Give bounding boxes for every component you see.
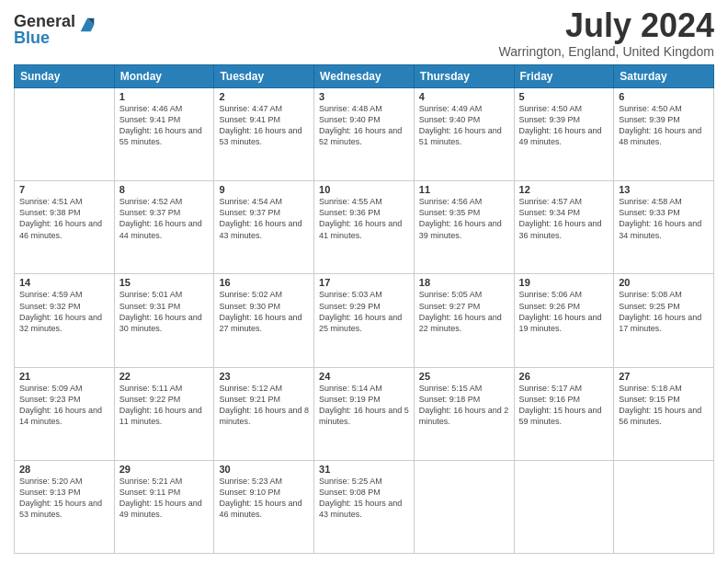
day-number: 24: [319, 371, 409, 382]
day-info: Sunrise: 4:49 AMSunset: 9:40 PMDaylight:…: [419, 103, 509, 148]
day-number: 8: [119, 184, 210, 195]
calendar-week-2: 7Sunrise: 4:51 AMSunset: 9:38 PMDaylight…: [15, 181, 714, 274]
header-thursday: Thursday: [414, 65, 514, 88]
day-number: 9: [219, 184, 309, 195]
day-number: 13: [619, 184, 709, 195]
day-number: 18: [419, 277, 509, 288]
table-row: 21Sunrise: 5:09 AMSunset: 9:23 PMDayligh…: [15, 367, 115, 460]
day-info: Sunrise: 4:52 AMSunset: 9:37 PMDaylight:…: [119, 196, 210, 241]
day-info: Sunrise: 5:15 AMSunset: 9:18 PMDaylight:…: [419, 383, 509, 428]
day-info: Sunrise: 5:08 AMSunset: 9:25 PMDaylight:…: [619, 289, 709, 334]
month-title: July 2024: [499, 9, 715, 42]
header-sunday: Sunday: [15, 65, 115, 88]
day-number: 21: [19, 371, 109, 382]
day-info: Sunrise: 5:12 AMSunset: 9:21 PMDaylight:…: [219, 383, 309, 428]
table-row: 31Sunrise: 5:25 AMSunset: 9:08 PMDayligh…: [314, 460, 415, 553]
day-number: 29: [119, 464, 210, 475]
logo-icon: [77, 15, 97, 35]
table-row: 25Sunrise: 5:15 AMSunset: 9:18 PMDayligh…: [414, 367, 514, 460]
table-row: 23Sunrise: 5:12 AMSunset: 9:21 PMDayligh…: [214, 367, 314, 460]
day-number: 16: [219, 277, 309, 288]
day-number: 10: [319, 184, 409, 195]
day-number: 25: [419, 371, 509, 382]
table-row: 4Sunrise: 4:49 AMSunset: 9:40 PMDaylight…: [414, 88, 514, 181]
day-info: Sunrise: 5:17 AMSunset: 9:16 PMDaylight:…: [519, 383, 609, 428]
table-row: 7Sunrise: 4:51 AMSunset: 9:38 PMDaylight…: [15, 181, 115, 274]
logo: General Blue: [14, 13, 97, 46]
day-number: 15: [119, 277, 210, 288]
table-row: 2Sunrise: 4:47 AMSunset: 9:41 PMDaylight…: [214, 88, 314, 181]
day-info: Sunrise: 4:50 AMSunset: 9:39 PMDaylight:…: [519, 103, 609, 148]
day-number: 1: [119, 91, 210, 102]
day-info: Sunrise: 5:23 AMSunset: 9:10 PMDaylight:…: [219, 476, 309, 521]
table-row: 3Sunrise: 4:48 AMSunset: 9:40 PMDaylight…: [314, 88, 415, 181]
table-row: 6Sunrise: 4:50 AMSunset: 9:39 PMDaylight…: [614, 88, 714, 181]
table-row: 29Sunrise: 5:21 AMSunset: 9:11 PMDayligh…: [114, 460, 214, 553]
header: General Blue July 2024 Warrington, Engla…: [14, 9, 714, 59]
day-number: 19: [519, 277, 609, 288]
table-row: 1Sunrise: 4:46 AMSunset: 9:41 PMDaylight…: [114, 88, 214, 181]
day-number: 17: [319, 277, 409, 288]
table-row: 10Sunrise: 4:55 AMSunset: 9:36 PMDayligh…: [314, 181, 415, 274]
day-number: 7: [19, 184, 109, 195]
calendar-week-5: 28Sunrise: 5:20 AMSunset: 9:13 PMDayligh…: [15, 460, 714, 553]
day-number: 5: [519, 91, 609, 102]
day-info: Sunrise: 4:51 AMSunset: 9:38 PMDaylight:…: [19, 196, 109, 241]
table-row: 5Sunrise: 4:50 AMSunset: 9:39 PMDaylight…: [514, 88, 614, 181]
table-row: 18Sunrise: 5:05 AMSunset: 9:27 PMDayligh…: [414, 274, 514, 367]
day-number: 28: [19, 464, 109, 475]
table-row: [514, 460, 614, 553]
calendar-week-3: 14Sunrise: 4:59 AMSunset: 9:32 PMDayligh…: [15, 274, 714, 367]
day-number: 26: [519, 371, 609, 382]
day-info: Sunrise: 5:11 AMSunset: 9:22 PMDaylight:…: [119, 383, 210, 428]
day-info: Sunrise: 5:02 AMSunset: 9:30 PMDaylight:…: [219, 289, 309, 334]
day-info: Sunrise: 4:59 AMSunset: 9:32 PMDaylight:…: [19, 289, 109, 334]
day-info: Sunrise: 4:58 AMSunset: 9:33 PMDaylight:…: [619, 196, 709, 241]
day-number: 11: [419, 184, 509, 195]
day-info: Sunrise: 5:09 AMSunset: 9:23 PMDaylight:…: [19, 383, 109, 428]
header-monday: Monday: [114, 65, 214, 88]
calendar-week-1: 1Sunrise: 4:46 AMSunset: 9:41 PMDaylight…: [15, 88, 714, 181]
table-row: [614, 460, 714, 553]
day-info: Sunrise: 5:25 AMSunset: 9:08 PMDaylight:…: [319, 476, 409, 521]
day-info: Sunrise: 4:47 AMSunset: 9:41 PMDaylight:…: [219, 103, 309, 148]
calendar-week-4: 21Sunrise: 5:09 AMSunset: 9:23 PMDayligh…: [15, 367, 714, 460]
table-row: 11Sunrise: 4:56 AMSunset: 9:35 PMDayligh…: [414, 181, 514, 274]
day-number: 20: [619, 277, 709, 288]
table-row: 20Sunrise: 5:08 AMSunset: 9:25 PMDayligh…: [614, 274, 714, 367]
calendar-table: Sunday Monday Tuesday Wednesday Thursday…: [14, 64, 714, 554]
title-block: July 2024 Warrington, England, United Ki…: [499, 9, 715, 59]
day-info: Sunrise: 5:03 AMSunset: 9:29 PMDaylight:…: [319, 289, 409, 334]
day-info: Sunrise: 4:46 AMSunset: 9:41 PMDaylight:…: [119, 103, 210, 148]
day-number: 27: [619, 371, 709, 382]
day-number: 23: [219, 371, 309, 382]
header-tuesday: Tuesday: [214, 65, 314, 88]
day-number: 6: [619, 91, 709, 102]
location-subtitle: Warrington, England, United Kingdom: [499, 44, 715, 59]
day-info: Sunrise: 5:21 AMSunset: 9:11 PMDaylight:…: [119, 476, 210, 521]
day-info: Sunrise: 4:57 AMSunset: 9:34 PMDaylight:…: [519, 196, 609, 241]
calendar-header-row: Sunday Monday Tuesday Wednesday Thursday…: [15, 65, 714, 88]
table-row: 30Sunrise: 5:23 AMSunset: 9:10 PMDayligh…: [214, 460, 314, 553]
day-info: Sunrise: 4:50 AMSunset: 9:39 PMDaylight:…: [619, 103, 709, 148]
day-number: 12: [519, 184, 609, 195]
day-info: Sunrise: 4:48 AMSunset: 9:40 PMDaylight:…: [319, 103, 409, 148]
table-row: 17Sunrise: 5:03 AMSunset: 9:29 PMDayligh…: [314, 274, 415, 367]
day-info: Sunrise: 5:05 AMSunset: 9:27 PMDaylight:…: [419, 289, 509, 334]
table-row: 8Sunrise: 4:52 AMSunset: 9:37 PMDaylight…: [114, 181, 214, 274]
day-number: 14: [19, 277, 109, 288]
day-info: Sunrise: 5:06 AMSunset: 9:26 PMDaylight:…: [519, 289, 609, 334]
header-friday: Friday: [514, 65, 614, 88]
table-row: 12Sunrise: 4:57 AMSunset: 9:34 PMDayligh…: [514, 181, 614, 274]
table-row: 13Sunrise: 4:58 AMSunset: 9:33 PMDayligh…: [614, 181, 714, 274]
table-row: [15, 88, 115, 181]
table-row: 24Sunrise: 5:14 AMSunset: 9:19 PMDayligh…: [314, 367, 415, 460]
day-info: Sunrise: 5:18 AMSunset: 9:15 PMDaylight:…: [619, 383, 709, 428]
table-row: [414, 460, 514, 553]
logo-general-text: General: [14, 13, 75, 29]
table-row: 27Sunrise: 5:18 AMSunset: 9:15 PMDayligh…: [614, 367, 714, 460]
day-info: Sunrise: 4:55 AMSunset: 9:36 PMDaylight:…: [319, 196, 409, 241]
header-saturday: Saturday: [614, 65, 714, 88]
header-wednesday: Wednesday: [314, 65, 415, 88]
table-row: 9Sunrise: 4:54 AMSunset: 9:37 PMDaylight…: [214, 181, 314, 274]
